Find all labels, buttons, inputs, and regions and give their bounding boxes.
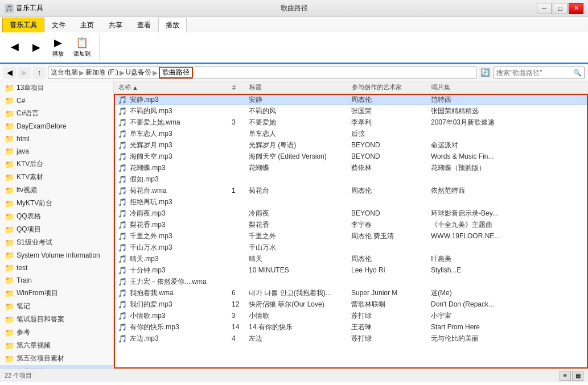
sidebar-item-ltv[interactable]: 📁ltv视频: [0, 184, 113, 197]
search-input[interactable]: [496, 69, 573, 77]
sidebar-item-cs[interactable]: 📁C#: [0, 94, 113, 107]
table-row[interactable]: 🎵 不羁的风.mp3 不羁的风 张国荣 张国荣精精精选: [114, 105, 588, 117]
table-row[interactable]: 🎵 梨花香.mp3 梨花香 李宇春 《十全九美》主题曲: [114, 219, 588, 230]
refresh-button[interactable]: 🔄: [479, 67, 491, 79]
close-button[interactable]: ✕: [569, 3, 583, 14]
sidebar-item-qq-table[interactable]: 📁QQ表格: [0, 210, 113, 223]
table-row[interactable]: 🎵 我们的爱.mp3 12 快府侣狼 菲尔(Our Love) 蕾歌林联唱 Do…: [114, 299, 588, 310]
sidebar-item-exam-answers[interactable]: 📁笔试题目和答案: [0, 313, 113, 326]
table-row[interactable]: 🎵 假如.mp3: [114, 173, 588, 185]
ribbon-btn-add-queue-label: 添加到: [73, 50, 91, 58]
table-row[interactable]: 🎵 单车恋人.mp3 单车恋人 后弦: [114, 128, 588, 139]
sidebar-item-ktv-material[interactable]: 📁KTV素材: [0, 171, 113, 184]
back-button[interactable]: ◀: [3, 67, 16, 79]
path-this-pc[interactable]: 这台电脑: [51, 68, 78, 77]
table-row[interactable]: 🎵 小情歌.mp3 3 小情歌 苏打绿 小宇宙: [114, 310, 588, 321]
sidebar-item-myktv[interactable]: 📁MyKTV前台: [0, 197, 113, 210]
table-row[interactable]: 🎵 左边.mp3 4 左边 苏打绿 无与伦比的美丽: [114, 333, 588, 344]
table-row[interactable]: 🎵 我抱着我.wma 6 내가 나를 안고(我抱着我)... Super Jun…: [114, 287, 588, 299]
table-row[interactable]: 🎵 千山万水.mp3 千山万水: [114, 242, 588, 253]
ribbon-btn-forward[interactable]: ▶: [26, 34, 47, 61]
table-row[interactable]: 🎵 不要爱上她.wma 3 不要爱她 李孝利 2007年03月新歌速递: [114, 117, 588, 128]
sidebar-item-html[interactable]: 📁html: [0, 133, 113, 145]
sidebar-item-qq-project[interactable]: 📁QQ项目: [0, 223, 113, 236]
status-bar: 22 个项目 ≡ ▦: [0, 369, 588, 382]
sidebar-item-ktv-backend[interactable]: 📁KTV后台: [0, 158, 113, 171]
sidebar-item-train[interactable]: 📁Train: [0, 274, 113, 287]
col-header-album[interactable]: 唱片集: [429, 83, 586, 92]
table-row[interactable]: 🎵 光辉岁月.mp3 光辉岁月 (粤语) BEYOND 命运派对: [114, 139, 588, 151]
col-header-title[interactable]: 标题: [247, 83, 349, 92]
back-icon: ◀: [11, 40, 19, 53]
table-row[interactable]: 🎵 拒绝再玩.mp3: [114, 196, 588, 208]
ribbon-btn-back[interactable]: ◀: [5, 34, 25, 61]
sidebar-item-ch5-material[interactable]: 📁第五张项目素材: [0, 352, 113, 365]
sidebar-item-system-volume[interactable]: 📁System Volume Information: [0, 249, 113, 262]
sidebar-item-cslang[interactable]: 📁C#语言: [0, 107, 113, 120]
tab-file[interactable]: 文件: [44, 18, 73, 32]
file-cell-title: 不要爱她: [248, 118, 350, 127]
music-file-icon: 🎵: [118, 300, 127, 309]
sidebar-item-s1[interactable]: 📁S1级业考试: [0, 236, 113, 249]
file-cell-name: 🎵 菊花台.wma: [117, 186, 231, 196]
table-row[interactable]: 🎵 有你的快乐.mp3 14 14.有你的快乐 王若琳 Start From H…: [114, 321, 588, 333]
file-cell-artist: 周杰伦: [350, 186, 430, 196]
file-cell-title: 单车恋人: [248, 129, 350, 139]
sidebar-item-ch6-video[interactable]: 📁第六章视频: [0, 339, 113, 352]
table-row[interactable]: 🎵 花蝴蝶.mp3 花蝴蝶 蔡依林 花蝴蝶（预购版）: [114, 162, 588, 173]
table-row[interactable]: 🎵 王力宏－依然爱你....wma: [114, 276, 588, 287]
search-box[interactable]: 🔍: [494, 67, 585, 79]
sidebar-item-winfrom[interactable]: 📁WinFrom项目: [0, 287, 113, 300]
path-new-volume[interactable]: 新加卷 (F:): [85, 68, 118, 77]
file-cell-artist: BEYOND: [350, 141, 430, 149]
sidebar-item-reference[interactable]: 📁参考: [0, 326, 113, 339]
up-button[interactable]: ↑: [33, 67, 46, 79]
file-cell-title: 晴天: [248, 254, 350, 264]
minimize-button[interactable]: ─: [537, 3, 552, 14]
sidebar-item-label: WinFrom项目: [17, 288, 58, 298]
path-current[interactable]: 歌曲路径: [159, 67, 193, 78]
sidebar-item-label: test: [17, 264, 27, 272]
col-header-num[interactable]: #: [230, 84, 247, 91]
table-row[interactable]: 🎵 千里之外.mp3 千里之外 周杰伦 费玉清 WWW.19FLOOR.NE..…: [114, 230, 588, 242]
table-row[interactable]: 🎵 安静.mp3 安静 周杰伦 范特西: [114, 94, 588, 105]
sidebar-item-notes[interactable]: 📁笔记: [0, 300, 113, 313]
table-row[interactable]: 🎵 十分钟.mp3 10 MINUTES Lee Hyo Ri Stylish.…: [114, 264, 588, 276]
table-row[interactable]: 🎵 菊花台.wma 1 菊花台 周杰伦 依然范特西: [114, 185, 588, 196]
table-row[interactable]: 🎵 晴天.mp3 晴天 周杰伦 叶惠美: [114, 253, 588, 264]
tab-share[interactable]: 共享: [101, 18, 130, 32]
table-row[interactable]: 🎵 冷雨夜.mp3 冷雨夜 BEYOND 环球影音启示录-Bey...: [114, 208, 588, 219]
tab-play[interactable]: 播放: [158, 18, 187, 32]
col-header-name[interactable]: 名称 ▲: [116, 83, 230, 92]
sidebar-item-java[interactable]: 📁java: [0, 145, 113, 158]
col-header-artist[interactable]: 参与创作的艺术家: [349, 83, 429, 92]
file-cell-artist: 苏打绿: [350, 334, 430, 343]
tab-music-tools[interactable]: 音乐工具: [2, 18, 44, 32]
table-row[interactable]: 🎵 海阔天空.mp3 海阔天空 (Edited Version) BEYOND …: [114, 151, 588, 162]
file-cell-title: 花蝴蝶: [248, 163, 350, 173]
file-cell-artist: 周杰伦: [350, 95, 430, 105]
path-usb-backup[interactable]: U盘备份: [126, 68, 151, 77]
sidebar: 📁13章项目 📁C# 📁C#语言 📁DayExamBefore 📁html 📁j…: [0, 81, 114, 369]
file-cell-name: 🎵 拒绝再玩.mp3: [117, 197, 231, 207]
ribbon-btn-play[interactable]: ▶ 播放: [48, 34, 68, 61]
detail-view-button[interactable]: ▦: [572, 371, 583, 381]
forward-button[interactable]: ▶: [18, 67, 31, 79]
sidebar-item-13[interactable]: 📁13章项目: [0, 81, 113, 94]
file-cell-artist: Super Junior M: [350, 289, 430, 297]
music-file-icon: 🎵: [118, 209, 127, 218]
list-view-button[interactable]: ≡: [560, 371, 571, 381]
tab-view[interactable]: 查看: [130, 18, 158, 32]
file-cell-album: Start From Here: [430, 323, 585, 331]
file-list: 🎵 安静.mp3 安静 周杰伦 范特西 🎵 不羁的风.mp3 不羁的风 张国荣 …: [114, 94, 588, 369]
ribbon-btn-add-queue[interactable]: 📋 添加到: [69, 34, 94, 61]
sidebar-item-dayexam[interactable]: 📁DayExamBefore: [0, 120, 113, 133]
maximize-button[interactable]: □: [553, 3, 568, 14]
file-cell-title: 快府侣狼 菲尔(Our Love): [248, 300, 350, 309]
app-icon: 🎵: [5, 4, 14, 13]
file-list-header: 名称 ▲ # 标题 参与创作的艺术家 唱片集: [114, 81, 588, 94]
tab-home[interactable]: 主页: [73, 18, 101, 32]
sidebar-item-songs[interactable]: 📁歌曲路径: [0, 365, 113, 369]
music-file-icon: 🎵: [118, 289, 127, 297]
sidebar-item-test[interactable]: 📁test: [0, 262, 113, 274]
